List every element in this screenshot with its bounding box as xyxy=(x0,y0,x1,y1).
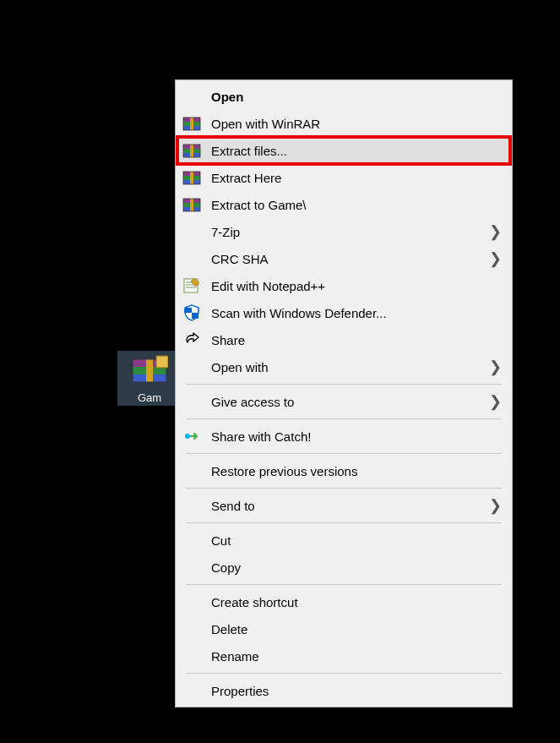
menu-label: Share xyxy=(204,333,503,347)
menu-separator xyxy=(186,384,502,385)
svg-rect-9 xyxy=(190,117,193,130)
blank-icon xyxy=(182,620,204,638)
menu-cut[interactable]: Cut xyxy=(177,527,510,554)
submenu-arrow-icon: ❯ xyxy=(489,358,503,376)
menu-label: CRC SHA xyxy=(204,252,489,266)
menu-label: Delete xyxy=(204,622,503,636)
desktop-icon-label: Gam xyxy=(119,391,180,404)
menu-label: Open with WinRAR xyxy=(204,117,503,131)
menu-copy[interactable]: Copy xyxy=(177,554,510,581)
notepadpp-icon xyxy=(182,276,204,295)
submenu-arrow-icon: ❯ xyxy=(489,392,503,411)
context-menu: Open Open with WinRAR Extract files... xyxy=(175,79,513,707)
menu-label: Open with xyxy=(204,360,489,374)
share-icon xyxy=(182,331,204,349)
menu-label: Share with Catch! xyxy=(204,429,503,444)
blank-icon xyxy=(182,681,204,700)
menu-open-winrar[interactable]: Open with WinRAR xyxy=(177,110,510,137)
winrar-icon xyxy=(182,141,204,160)
menu-create-shortcut[interactable]: Create shortcut xyxy=(177,588,510,615)
menu-label: Extract files... xyxy=(204,144,503,158)
blank-icon xyxy=(182,496,204,515)
menu-give-access[interactable]: Give access to ❯ xyxy=(177,388,510,415)
blank-icon xyxy=(182,222,204,241)
menu-scan-defender[interactable]: Scan with Windows Defender... xyxy=(177,299,510,326)
menu-separator xyxy=(186,453,502,454)
submenu-arrow-icon: ❯ xyxy=(489,496,503,515)
defender-shield-icon xyxy=(182,303,204,322)
menu-label: Restore previous versions xyxy=(204,464,503,478)
menu-label: 7-Zip xyxy=(204,225,489,239)
blank-icon xyxy=(182,462,204,480)
blank-icon xyxy=(182,647,204,665)
menu-separator xyxy=(186,418,502,419)
menu-label: Open xyxy=(204,90,503,104)
winrar-icon xyxy=(182,114,204,133)
submenu-arrow-icon: ❯ xyxy=(489,222,503,241)
menu-label: Create shortcut xyxy=(204,595,503,609)
menu-label: Extract Here xyxy=(204,171,503,185)
menu-restore-versions[interactable]: Restore previous versions xyxy=(177,457,510,484)
menu-crc-sha[interactable]: CRC SHA ❯ xyxy=(177,245,510,272)
menu-share-catch[interactable]: Share with Catch! xyxy=(177,423,510,450)
menu-delete[interactable]: Delete xyxy=(177,615,510,642)
menu-extract-here[interactable]: Extract Here xyxy=(177,164,510,191)
menu-label: Rename xyxy=(204,649,503,664)
svg-rect-5 xyxy=(156,356,168,368)
menu-share[interactable]: Share xyxy=(177,326,510,353)
svg-rect-30 xyxy=(185,308,192,313)
blank-icon xyxy=(182,392,204,411)
menu-label: Copy xyxy=(204,560,503,575)
submenu-arrow-icon: ❯ xyxy=(489,249,503,268)
winrar-icon xyxy=(182,195,204,214)
menu-open-with[interactable]: Open with ❯ xyxy=(177,353,510,380)
menu-label: Extract to Game\ xyxy=(204,198,503,212)
blank-icon xyxy=(182,249,204,268)
menu-label: Scan with Windows Defender... xyxy=(204,306,503,320)
desktop-file-icon[interactable]: Gam xyxy=(117,351,182,406)
catch-icon xyxy=(182,427,204,445)
winrar-icon xyxy=(182,168,204,187)
menu-separator xyxy=(186,673,502,674)
menu-edit-notepadpp[interactable]: Edit with Notepad++ xyxy=(177,272,510,299)
menu-separator xyxy=(186,522,502,523)
menu-open[interactable]: Open xyxy=(177,83,510,110)
menu-rename[interactable]: Rename xyxy=(177,642,510,669)
menu-extract-files[interactable]: Extract files... xyxy=(177,137,510,164)
menu-separator xyxy=(186,584,502,585)
menu-label: Send to xyxy=(204,499,489,513)
svg-rect-3 xyxy=(146,359,153,382)
menu-label: Cut xyxy=(204,533,503,548)
menu-label: Properties xyxy=(204,684,503,698)
blank-icon xyxy=(182,358,204,376)
svg-point-32 xyxy=(185,434,190,439)
blank-icon xyxy=(182,87,204,106)
menu-label: Edit with Notepad++ xyxy=(204,279,503,293)
blank-icon xyxy=(182,593,204,611)
menu-7zip[interactable]: 7-Zip ❯ xyxy=(177,218,510,245)
blank-icon xyxy=(182,558,204,576)
winrar-archive-icon xyxy=(131,354,168,388)
menu-send-to[interactable]: Send to ❯ xyxy=(177,492,510,519)
menu-label: Give access to xyxy=(204,395,489,409)
menu-extract-to[interactable]: Extract to Game\ xyxy=(177,191,510,218)
menu-separator xyxy=(186,488,502,489)
svg-rect-19 xyxy=(190,172,193,184)
menu-properties[interactable]: Properties xyxy=(177,677,510,704)
svg-rect-24 xyxy=(190,199,193,211)
blank-icon xyxy=(182,531,204,549)
svg-rect-14 xyxy=(190,145,193,157)
